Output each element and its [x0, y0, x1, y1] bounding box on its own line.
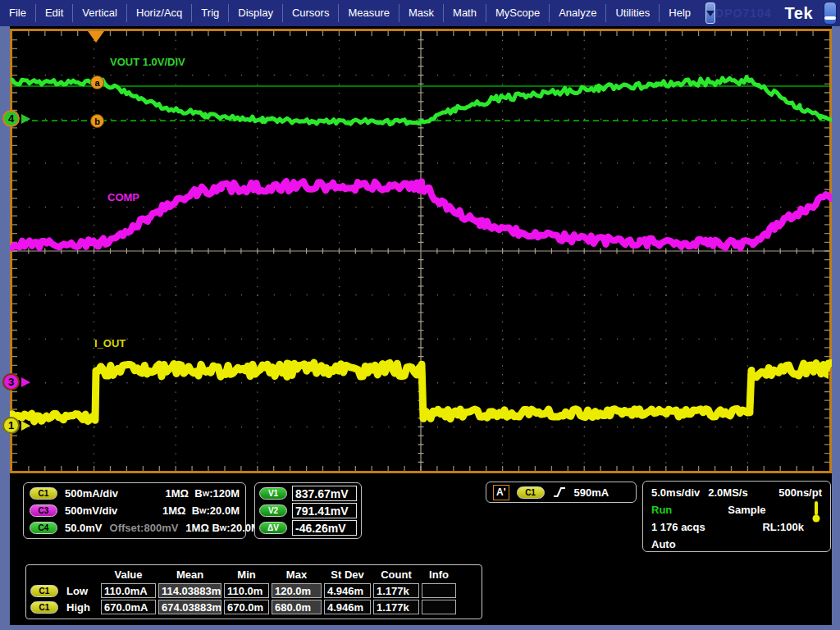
c4-readout-row: C4 50.0mV Offset:800mV 1MΩ BW:20.0M [26, 519, 243, 536]
c1-low-badge[interactable]: C1 [30, 585, 58, 597]
high-stdev: 4.946m [324, 600, 371, 614]
menu-myscope[interactable]: MyScope [486, 4, 550, 22]
channel-1-arrow-icon [21, 421, 30, 431]
header-min: Min [224, 568, 269, 582]
channel-4-arrow-icon [21, 114, 30, 124]
menu-trig[interactable]: Trig [192, 4, 229, 22]
menu-edit[interactable]: Edit [36, 4, 73, 22]
c1-readout-row: C1 500mA/div 1MΩ BW:120M [26, 485, 243, 502]
comp-trace-label[interactable]: COMP [107, 191, 139, 203]
v2-row: V2 791.41mV [259, 502, 357, 519]
c1-high-badge[interactable]: C1 [30, 601, 58, 614]
record-length: RL:100k [762, 521, 804, 533]
header-value: Value [101, 568, 156, 582]
c1-scale: 500mA/div [65, 487, 118, 500]
chevron-down-icon [706, 11, 714, 16]
header-stdev: St Dev [324, 568, 371, 582]
high-min: 670.0m [224, 600, 269, 614]
measurement-name: Low [66, 585, 88, 597]
channel-3-badge: 3 [2, 373, 20, 390]
c4-scale: 50.0mV [65, 522, 103, 534]
horizontal-acq-panel: 5.0ms/div 2.0MS/s 500ns/pt Run Sample 1 … [642, 481, 831, 552]
channel-1-badge: 1 [2, 417, 20, 434]
high-max: 680.0m [272, 600, 322, 614]
trigger-source-badge[interactable]: C1 [517, 486, 545, 499]
low-mean: 114.03883m [158, 583, 221, 598]
trigger-mode: Auto [651, 538, 676, 550]
menu-file[interactable]: File [0, 4, 36, 22]
measurement-row-label: C1 Low [30, 585, 98, 597]
timebase-row: 5.0ms/div 2.0MS/s 500ns/pt [650, 484, 824, 501]
trig-mode-row: Auto [650, 536, 824, 553]
channel-3-arrow-icon [21, 377, 30, 387]
menu-help[interactable]: Help [660, 4, 700, 22]
menu-bar: File Edit Vertical Horiz/Acq Trig Displa… [0, 0, 840, 26]
trigger-position-marker[interactable] [88, 31, 104, 43]
high-info [422, 600, 456, 614]
header-count: Count [373, 568, 419, 582]
c3-badge[interactable]: C3 [30, 504, 57, 517]
cursor-values-panel: V1 837.67mV V2 791.41mV ΔV -46.26mV [254, 482, 362, 539]
header-info: Info [422, 568, 456, 582]
menu-measure[interactable]: Measure [339, 4, 399, 22]
c1-impedance-bw: 1MΩ BW:120M [166, 487, 240, 500]
header-mean: Mean [158, 568, 221, 582]
low-count: 1.177k [373, 583, 419, 598]
resolution: 500ns/pt [778, 486, 822, 499]
oscilloscope-app: { "menu": { "items": ["File","Edit","Ver… [0, 0, 840, 630]
v1-badge[interactable]: V1 [259, 487, 287, 500]
sample-rate: 2.0MS/s [708, 486, 747, 499]
menu-horiz-acq[interactable]: Horiz/Acq [127, 4, 192, 22]
channel-4-marker[interactable]: 4 [2, 110, 30, 127]
c4-impedance-bw: 1MΩ BW:20.0M [185, 522, 259, 534]
menu-display[interactable]: Display [229, 4, 283, 22]
waveform-display[interactable] [10, 29, 832, 473]
acq-count: 1 176 acqs [651, 521, 705, 533]
minimize-button[interactable] [824, 2, 837, 25]
v2-value: 791.41mV [292, 503, 357, 518]
delta-v-badge[interactable]: ΔV [259, 522, 287, 534]
high-count: 1.177k [373, 600, 419, 614]
menu-analyze[interactable]: Analyze [550, 4, 606, 22]
cursor-b-handle[interactable]: b [90, 114, 104, 128]
menu-utilities[interactable]: Utilities [606, 4, 660, 22]
menu-vertical[interactable]: Vertical [73, 4, 127, 22]
delta-v-row: ΔV -46.26mV [259, 519, 357, 536]
model-label: DPO7104 [715, 7, 771, 20]
v2-badge[interactable]: V2 [259, 504, 287, 517]
trigger-readout-panel: A' C1 590mA [486, 482, 637, 503]
timebase: 5.0ms/div [651, 486, 700, 499]
acq-count-row: 1 176 acqs RL:100k [650, 518, 824, 536]
high-value: 670.0mA [101, 600, 156, 614]
measurement-table: Value Mean Min Max St Dev Count Info C1 … [25, 564, 482, 619]
delta-v-value: -46.26mV [292, 520, 357, 536]
run-state-row: Run Sample [650, 501, 824, 518]
c1-badge[interactable]: C1 [30, 487, 57, 500]
tek-logo: Tek [785, 4, 813, 23]
trigger-level: 590mA [574, 486, 609, 499]
v1-row: V1 837.67mV [259, 485, 357, 502]
acq-mode: Sample [728, 504, 765, 516]
measurement-name: High [66, 601, 90, 614]
low-value: 110.0mA [101, 583, 156, 598]
vout-trace-label[interactable]: VOUT 1.0V/DIV [110, 56, 185, 68]
cursor-a-handle[interactable]: a [90, 75, 104, 89]
menu-dropdown-button[interactable] [705, 2, 715, 24]
iout-trace-label[interactable]: I_OUT [94, 337, 126, 349]
channel-1-marker[interactable]: 1 [2, 417, 30, 434]
channel-4-badge: 4 [2, 110, 20, 127]
c3-impedance-bw: 1MΩ BW:20.0M [162, 504, 240, 517]
c4-badge[interactable]: C4 [30, 522, 57, 534]
menu-math[interactable]: Math [444, 4, 486, 22]
low-max: 120.0m [272, 583, 322, 598]
waveform-position-icon [811, 500, 821, 523]
c3-readout-row: C3 500mV/div 1MΩ BW:20.0M [26, 502, 243, 519]
channel-3-marker[interactable]: 3 [2, 373, 30, 390]
low-info [422, 583, 456, 598]
menu-cursors[interactable]: Cursors [283, 4, 340, 22]
low-stdev: 4.946m [324, 583, 371, 598]
v1-value: 837.67mV [292, 486, 357, 501]
measurement-row-label: C1 High [30, 601, 98, 614]
menu-mask[interactable]: Mask [399, 4, 444, 22]
table-corner [30, 568, 98, 582]
